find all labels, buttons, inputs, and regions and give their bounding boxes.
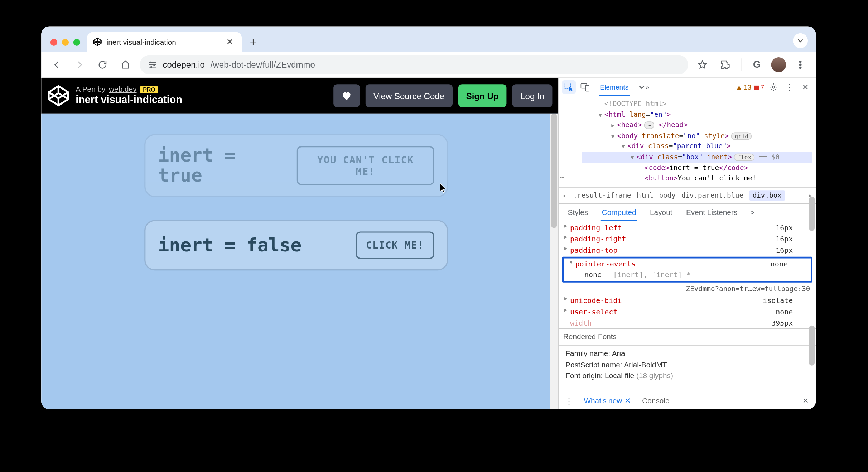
computed-row: ▶padding-top16px <box>559 244 816 255</box>
browser-window: inert visual-indication ✕ + codepen.io/w… <box>41 27 816 409</box>
drawer-close-icon[interactable]: ✕ <box>799 394 812 408</box>
url-host: codepen.io <box>163 59 204 69</box>
layout-tab[interactable]: Layout <box>644 204 678 220</box>
browser-menu-button[interactable] <box>792 56 809 73</box>
pro-badge: PRO <box>140 86 158 94</box>
devtools-scrollbar[interactable] <box>808 96 816 392</box>
drawer-menu-icon[interactable]: ⋮ <box>562 394 576 408</box>
computed-row: ▶user-selectnone <box>559 306 816 317</box>
window-controls <box>47 39 83 52</box>
computed-row: ▶unicode-bidiisolate <box>559 295 816 306</box>
log-in-button[interactable]: Log In <box>512 84 553 107</box>
devtools-drawer: ⋮ What's new ✕ Console ✕ <box>559 392 816 409</box>
more-tabs-icon[interactable]: » <box>637 80 650 93</box>
devtools-settings-icon[interactable] <box>767 80 780 93</box>
mouse-cursor-icon <box>439 183 447 193</box>
highlighted-property: ▼pointer-eventsnone none[inert], [inert]… <box>562 257 812 283</box>
svg-point-9 <box>772 86 775 88</box>
google-account-icon[interactable]: G <box>748 56 766 73</box>
dom-doctype: <!DOCTYPE html> <box>582 98 812 109</box>
reload-button[interactable] <box>94 56 111 73</box>
computed-row: ▶width395px <box>559 317 816 328</box>
svg-point-0 <box>150 61 151 63</box>
elements-tab[interactable]: Elements <box>594 78 634 96</box>
extensions-button[interactable] <box>717 56 734 73</box>
love-button[interactable] <box>333 84 360 107</box>
crumb-selected[interactable]: div.box <box>749 191 785 201</box>
computed-tab[interactable]: Computed <box>596 204 642 220</box>
back-button[interactable] <box>48 56 65 73</box>
crumb[interactable]: .result-iframe <box>573 192 631 199</box>
computed-subrow: none[inert], [inert] * <box>564 269 811 280</box>
preview-scrollbar[interactable] <box>550 114 558 409</box>
inert-false-code: inert = false <box>158 235 302 255</box>
site-settings-icon[interactable] <box>148 60 157 69</box>
toolbar-separator <box>741 58 742 71</box>
style-source[interactable]: ZEvdmmo?anon=tr…ew=fullpage:30 <box>559 283 816 295</box>
close-icon[interactable]: ✕ <box>625 396 631 405</box>
styles-tab[interactable]: Styles <box>562 204 594 220</box>
console-tab[interactable]: Console <box>639 396 673 405</box>
browser-toolbar: codepen.io/web-dot-dev/full/ZEvdmmo G <box>41 52 816 78</box>
inert-true-code: inert = true <box>158 145 285 186</box>
sign-up-button[interactable]: Sign Up <box>458 84 506 107</box>
profile-avatar[interactable] <box>771 57 786 72</box>
whats-new-tab[interactable]: What's new ✕ <box>580 396 634 405</box>
url-path: /web-dot-dev/full/ZEvdmmo <box>211 59 315 69</box>
styles-subtabs: Styles Computed Layout Event Listeners » <box>559 204 816 221</box>
warnings-badge[interactable]: ▲ 13 <box>736 83 752 91</box>
minimize-window-button[interactable] <box>62 39 69 46</box>
maximize-window-button[interactable] <box>73 39 80 46</box>
svg-rect-8 <box>585 85 589 91</box>
pen-title: inert visual-indication <box>76 94 182 106</box>
computed-row-pointer-events: ▼pointer-eventsnone <box>564 258 811 269</box>
forward-button[interactable] <box>71 56 88 73</box>
computed-row: ▶padding-right16px <box>559 233 816 244</box>
tab-title: inert visual-indication <box>107 38 176 46</box>
view-source-button[interactable]: View Source Code <box>365 84 452 107</box>
dom-breadcrumbs[interactable]: ◂ .result-iframe html body div.parent.bl… <box>559 188 816 204</box>
errors-badge[interactable]: ◼ 7 <box>754 83 765 91</box>
computed-row: ▶padding-left16px <box>559 222 816 233</box>
bookmark-button[interactable] <box>694 56 711 73</box>
codepen-logo-icon[interactable] <box>47 84 70 107</box>
close-window-button[interactable] <box>50 39 57 46</box>
byline-prefix: A Pen by <box>76 86 105 94</box>
dom-overflow-icon[interactable]: ⋯ <box>560 172 565 184</box>
crumbs-left-icon[interactable]: ◂ <box>561 192 567 199</box>
tab-overflow-button[interactable] <box>793 33 808 48</box>
inert-false-button[interactable]: CLICK ME! <box>356 232 434 259</box>
byline-author[interactable]: web.dev <box>109 86 136 94</box>
computed-styles[interactable]: ▶padding-left16px ▶padding-right16px ▶pa… <box>559 221 816 392</box>
crumb[interactable]: body <box>659 192 675 199</box>
svg-point-4 <box>800 64 801 65</box>
codepen-header: A Pen by web.dev PRO inert visual-indica… <box>41 78 558 114</box>
svg-point-3 <box>800 61 801 62</box>
svg-point-2 <box>150 66 152 68</box>
devtools-panel: Elements » ▲ 13 ◼ 7 ⋮ ✕ <!DOCTYPE html> … <box>558 78 816 409</box>
codepen-favicon-icon <box>93 37 102 47</box>
device-toggle-icon[interactable] <box>578 80 592 93</box>
new-tab-button[interactable]: + <box>245 34 261 50</box>
svg-point-5 <box>800 67 801 68</box>
inspect-element-icon[interactable] <box>562 80 576 93</box>
preview-pane: inert = true YOU CAN'T CLICK ME! inert =… <box>41 114 558 409</box>
inert-true-button: YOU CAN'T CLICK ME! <box>297 146 434 185</box>
tab-strip: inert visual-indication ✕ + <box>41 27 816 52</box>
address-bar[interactable]: codepen.io/web-dot-dev/full/ZEvdmmo <box>140 55 688 74</box>
home-button[interactable] <box>117 56 134 73</box>
browser-tab[interactable]: inert visual-indication ✕ <box>87 32 242 52</box>
close-tab-icon[interactable]: ✕ <box>224 37 236 47</box>
pen-meta: A Pen by web.dev PRO inert visual-indica… <box>76 86 182 106</box>
devtools-close-icon[interactable]: ✕ <box>799 80 812 93</box>
devtools-toolbar: Elements » ▲ 13 ◼ 7 ⋮ ✕ <box>559 78 816 96</box>
rendered-fonts-body: Family name: Arial PostScript name: Aria… <box>559 346 816 384</box>
more-subtabs-icon[interactable]: » <box>746 205 759 219</box>
devtools-menu-icon[interactable]: ⋮ <box>783 80 796 93</box>
crumb[interactable]: div.parent.blue <box>681 192 743 199</box>
dom-tree[interactable]: <!DOCTYPE html> ▼<html lang="en"> ▶<head… <box>559 96 816 188</box>
event-listeners-tab[interactable]: Event Listeners <box>680 204 743 220</box>
crumb[interactable]: html <box>637 192 653 199</box>
content-area: A Pen by web.dev PRO inert visual-indica… <box>41 78 816 409</box>
svg-point-1 <box>153 63 155 65</box>
